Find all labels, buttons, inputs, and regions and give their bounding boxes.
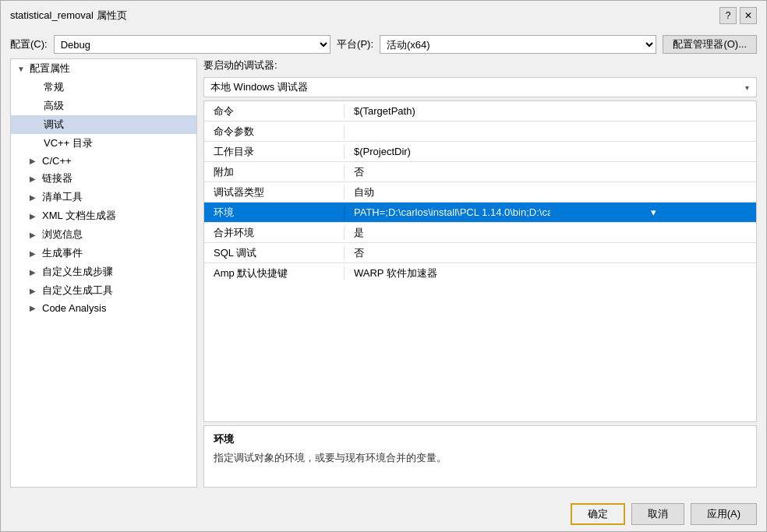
tree-item-custom-build[interactable]: ▶自定义生成步骤	[11, 262, 196, 281]
platform-label: 平台(P):	[337, 37, 373, 51]
tree-arrow-icon: ▶	[30, 287, 39, 295]
title-bar-buttons: ? ✕	[719, 7, 757, 24]
table-row[interactable]: 调试器类型自动	[204, 182, 756, 203]
tree-item-label: Code Analysis	[42, 302, 106, 314]
debugger-chevron-down-icon[interactable]: ▾	[737, 83, 756, 92]
tree-item-label: VC++ 目录	[44, 136, 93, 150]
properties-table: 命令$(TargetPath)命令参数工作目录$(ProjectDir)附加否调…	[203, 100, 757, 422]
prop-value: 是	[345, 226, 756, 240]
tree-item-label: 生成事件	[42, 246, 83, 260]
manage-config-button[interactable]: 配置管理器(O)...	[663, 35, 757, 54]
table-row[interactable]: 合并环境是	[204, 223, 756, 243]
table-row[interactable]: 工作目录$(ProjectDir)	[204, 142, 756, 162]
tree-arrow-icon: ▶	[30, 304, 39, 312]
table-row[interactable]: 环境PATH=;D:\carlos\install\PCL 1.14.0\bin…	[204, 203, 756, 223]
tree-arrow-icon: ▶	[30, 249, 39, 258]
tree-item-custom-tools[interactable]: ▶自定义生成工具	[11, 281, 196, 300]
tree-arrow-icon: ▶	[30, 231, 39, 239]
table-row[interactable]: 附加否	[204, 162, 756, 182]
debugger-label: 要启动的调试器:	[203, 58, 757, 72]
tree-item-label: XML 文档生成器	[42, 209, 116, 223]
main-content: ▼配置属性常规高级调试VC++ 目录▶C/C++▶链接器▶清单工具▶XML 文档…	[1, 58, 766, 497]
table-row[interactable]: 命令参数	[204, 122, 756, 142]
table-row[interactable]: SQL 调试否	[204, 243, 756, 263]
dialog-title: statistical_removal 属性页	[10, 9, 127, 23]
tree-item-config-root[interactable]: ▼配置属性	[11, 59, 196, 78]
tree-item-label: 自定义生成工具	[42, 284, 113, 298]
prop-key: 工作目录	[204, 145, 345, 159]
footer: 确定 取消 应用(A)	[1, 497, 766, 531]
ok-button[interactable]: 确定	[571, 503, 625, 525]
tree-item-label: 常规	[44, 80, 64, 94]
tree-item-browse[interactable]: ▶浏览信息	[11, 225, 196, 244]
tree-arrow-icon: ▶	[30, 268, 39, 277]
prop-key: 环境	[204, 206, 345, 220]
tree-item-label: C/C++	[42, 155, 72, 167]
tree-item-label: 调试	[44, 118, 64, 132]
tree-arrow-icon: ▼	[17, 65, 27, 73]
tree-item-label: 浏览信息	[42, 227, 83, 241]
prop-key: 调试器类型	[204, 185, 345, 199]
tree-arrow-icon: ▶	[30, 157, 39, 165]
tree-item-cpp[interactable]: ▶C/C++	[11, 153, 196, 169]
table-row[interactable]: Amp 默认快捷键WARP 软件加速器	[204, 263, 756, 284]
info-panel: 环境 指定调试对象的环境，或要与现有环境合并的变量。	[203, 425, 757, 488]
tree-item-debug[interactable]: 调试	[11, 115, 196, 134]
title-bar: statistical_removal 属性页 ? ✕	[1, 1, 766, 30]
config-label: 配置(C):	[10, 37, 48, 51]
platform-select[interactable]: 活动(x64)	[380, 35, 656, 54]
left-panel: ▼配置属性常规高级调试VC++ 目录▶C/C++▶链接器▶清单工具▶XML 文档…	[10, 58, 197, 488]
right-panel: 要启动的调试器: 本地 Windows 调试器 ▾ 命令$(TargetPath…	[203, 58, 757, 488]
tree-item-label: 清单工具	[42, 190, 83, 204]
info-title: 环境	[214, 432, 747, 446]
tree-item-label: 配置属性	[30, 62, 70, 76]
prop-key: SQL 调试	[204, 246, 345, 260]
prop-key: Amp 默认快捷键	[204, 266, 345, 280]
tree-arrow-icon: ▶	[30, 193, 39, 202]
table-row[interactable]: 命令$(TargetPath)	[204, 101, 756, 122]
close-button[interactable]: ✕	[740, 7, 757, 24]
tree-item-code-analysis[interactable]: ▶Code Analysis	[11, 300, 196, 316]
prop-value: 否	[345, 165, 756, 179]
prop-key: 合并环境	[204, 226, 345, 240]
debugger-select-row[interactable]: 本地 Windows 调试器 ▾	[203, 77, 757, 97]
info-description: 指定调试对象的环境，或要与现有环境合并的变量。	[214, 451, 747, 465]
prop-value: 自动	[345, 185, 756, 199]
tree-arrow-icon: ▶	[30, 212, 39, 220]
help-button[interactable]: ?	[719, 7, 737, 24]
debugger-select-value: 本地 Windows 调试器	[204, 80, 737, 94]
tree-item-vc-dirs[interactable]: VC++ 目录	[11, 134, 196, 153]
config-select[interactable]: Debug	[54, 35, 330, 54]
prop-value: 否	[345, 246, 756, 260]
tree-item-label: 高级	[44, 99, 64, 113]
tree-item-label: 自定义生成步骤	[42, 265, 113, 279]
prop-key: 命令	[204, 104, 345, 118]
tree-arrow-icon: ▶	[30, 174, 39, 183]
tree-item-label: 链接器	[42, 171, 72, 185]
prop-key: 命令参数	[204, 125, 345, 139]
prop-value: PATH=;D:\carlos\install\PCL 1.14.0\bin;D…	[345, 206, 550, 218]
prop-value-chevron-icon[interactable]: ▾	[550, 206, 756, 218]
prop-key: 附加	[204, 165, 345, 179]
prop-value: $(TargetPath)	[345, 105, 756, 117]
tree-item-manifest-tool[interactable]: ▶清单工具	[11, 188, 196, 206]
tree-item-advanced[interactable]: 高级	[11, 97, 196, 115]
config-bar: 配置(C): Debug 平台(P): 活动(x64) 配置管理器(O)...	[1, 30, 766, 58]
cancel-button[interactable]: 取消	[631, 503, 684, 525]
tree-item-general[interactable]: 常规	[11, 78, 196, 97]
tree-item-build-events[interactable]: ▶生成事件	[11, 244, 196, 262]
apply-button[interactable]: 应用(A)	[691, 503, 757, 525]
prop-value: $(ProjectDir)	[345, 146, 756, 157]
prop-value: WARP 软件加速器	[345, 266, 756, 280]
tree-item-xml-gen[interactable]: ▶XML 文档生成器	[11, 206, 196, 225]
tree-item-linker[interactable]: ▶链接器	[11, 169, 196, 188]
